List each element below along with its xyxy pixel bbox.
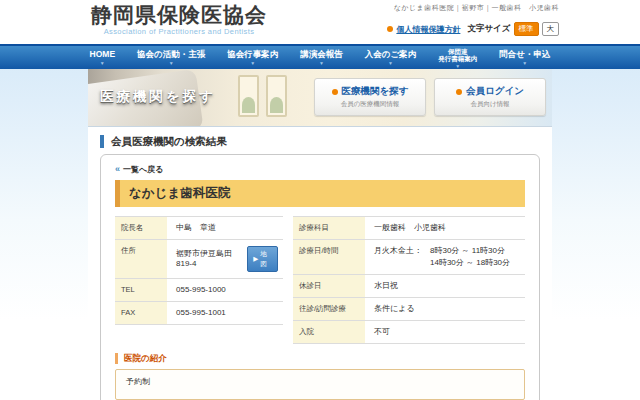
bullet-icon [456, 89, 462, 95]
nav-item-label: 協会行事案内 [227, 50, 278, 59]
clinic-hours-table: 診療科目 一般歯科 小児歯科 診療日/時間 月火木金土： 8時30分 ～ 11時… [293, 216, 525, 344]
nav-item-label: 問合せ・申込 [499, 50, 550, 59]
clinic-intro-box: 予約制 [115, 369, 525, 400]
button-sublabel: 会員向け情報 [470, 100, 509, 109]
nav-item-lecture-reports[interactable]: 講演会報告 ▼ [290, 46, 353, 69]
row-value: 月火木金土： 8時30分 ～ 11時30分 14時30分 ～ 18時30分 [365, 240, 525, 274]
clinic-intro-heading: 医院の紹介 [115, 353, 525, 364]
member-login-button[interactable]: 会員ログイン 会員向け情報 [434, 78, 546, 116]
plant-photo [270, 97, 283, 113]
clinic-name-heading: なかじま歯科医院 [115, 180, 525, 207]
nav-item-home[interactable]: HOME ▼ [80, 46, 126, 69]
row-value: 水日祝 [365, 275, 525, 297]
nav-item-events[interactable]: 協会行事案内 ▼ [217, 46, 288, 69]
row-label: 入院 [293, 321, 365, 343]
row-label: 休診日 [293, 275, 365, 297]
address-text: 裾野市伊豆島田819-4 [176, 249, 247, 269]
banner-title: 医療機関を探す [100, 88, 216, 106]
button-label: 会員ログイン [466, 85, 524, 98]
row-label: 院長名 [115, 217, 167, 239]
nav-item-activities[interactable]: 協会の活動・主張 ▼ [127, 46, 215, 69]
chevron-down-icon: ▼ [250, 60, 255, 66]
table-row: 診療日/時間 月火木金土： 8時30分 ～ 11時30分 14時30分 ～ 18… [293, 240, 525, 275]
privacy-policy-link[interactable]: 個人情報保護方針 [387, 24, 460, 35]
bullet-icon [332, 89, 338, 95]
table-row: 診療科目 一般歯科 小児歯科 [293, 217, 525, 240]
nav-item-label: 協会の活動・主張 [137, 50, 205, 59]
chevron-down-icon: ▼ [522, 60, 527, 66]
map-button[interactable]: ▶ 地図 [247, 246, 278, 272]
table-row: 入院 不可 [293, 321, 525, 344]
font-size-standard-button[interactable]: 標準 [514, 22, 539, 36]
row-value: 055-995-1001 [167, 302, 283, 324]
back-arrow-icon: « [115, 165, 120, 174]
site-logo-title: 静岡県保険医協会 [91, 3, 267, 27]
row-label: FAX [115, 302, 167, 324]
row-value: 中島 章道 [167, 217, 283, 239]
nav-item-contact[interactable]: 問合せ・申込 ▼ [489, 46, 560, 69]
row-value: 裾野市伊豆島田819-4 ▶ 地図 [167, 240, 283, 278]
site-logo-subtitle: Association of Practitioners and Dentist… [91, 27, 267, 36]
search-result-card: « 一覧へ戻る なかじま歯科医院 院長名 中島 章道 住所 裾野市伊豆島田819… [100, 154, 540, 400]
map-arrow-icon: ▶ [253, 254, 258, 264]
breadcrumb: なかじま歯科医院｜裾野市｜一般歯科 小児歯科 [387, 3, 559, 13]
back-to-list-link[interactable]: « 一覧へ戻る [115, 164, 163, 175]
row-label: 診療日/時間 [293, 240, 365, 274]
plant-photo [242, 97, 255, 113]
window-photo [238, 75, 259, 117]
nav-item-label: HOME [90, 50, 116, 59]
chevron-down-icon: ▼ [455, 63, 460, 69]
clinic-contact-table: 院長名 中島 章道 住所 裾野市伊豆島田819-4 ▶ 地図 TEL 0 [115, 216, 283, 344]
button-sublabel: 会員の医療機関情報 [341, 100, 400, 109]
row-value: 条件による [365, 298, 525, 320]
row-value: 不可 [365, 321, 525, 343]
nav-item-label: 保団連 [448, 48, 468, 55]
site-logo[interactable]: 静岡県保険医協会 Association of Practitioners an… [91, 3, 267, 36]
map-button-label: 地図 [260, 249, 272, 269]
window-photo [266, 75, 287, 117]
chevron-down-icon: ▼ [169, 60, 174, 66]
table-row: 往診/訪問診療 条件による [293, 298, 525, 321]
button-label: 医療機関を探す [342, 85, 409, 98]
page-title: 会員医療機関の検索結果 [100, 135, 540, 148]
bullet-icon [387, 26, 393, 32]
nav-item-membership[interactable]: 入会のご案内 ▼ [355, 46, 426, 69]
search-medical-institutions-button[interactable]: 医療機関を探す 会員の医療機関情報 [314, 78, 426, 116]
table-row: 院長名 中島 章道 [115, 217, 283, 240]
row-value: 055-995-1000 [167, 279, 283, 301]
row-label: 往診/訪問診療 [293, 298, 365, 320]
row-value: 一般歯科 小児歯科 [365, 217, 525, 239]
row-label: TEL [115, 279, 167, 301]
nav-item-publications[interactable]: 保団連 発行書籍案内 ▼ [428, 46, 487, 69]
nav-item-label: 発行書籍案内 [438, 55, 477, 62]
table-row: 住所 裾野市伊豆島田819-4 ▶ 地図 [115, 240, 283, 279]
table-row: TEL 055-995-1000 [115, 279, 283, 302]
nav-item-label: 入会のご案内 [365, 50, 416, 59]
chevron-down-icon: ▼ [100, 60, 105, 66]
privacy-policy-label: 個人情報保護方針 [396, 24, 460, 35]
nav-item-label: 講演会報告 [300, 50, 343, 59]
table-row: 休診日 水日祝 [293, 275, 525, 298]
row-label: 住所 [115, 240, 167, 278]
table-row: FAX 055-995-1001 [115, 302, 283, 325]
hero-banner: 図 医療機関を探す 医療機関を探す 会員の医療機関情報 会員ログイン 会員向け情… [88, 69, 552, 127]
font-size-label: 文字サイズ [467, 23, 510, 35]
chevron-down-icon: ▼ [319, 60, 324, 66]
back-link-label: 一覧へ戻る [123, 164, 163, 175]
hours-line2: 14時30分 ～ 18時30分 [374, 258, 522, 268]
font-size-large-button[interactable]: 大 [542, 22, 560, 36]
row-label: 診療科目 [293, 217, 365, 239]
main-nav: HOME ▼ 協会の活動・主張 ▼ 協会行事案内 ▼ 講演会報告 ▼ 入会のご案… [0, 44, 640, 69]
content-column: 図 医療機関を探す 医療機関を探す 会員の医療機関情報 会員ログイン 会員向け情… [88, 69, 552, 400]
hours-line1: 月火木金土： 8時30分 ～ 11時30分 [374, 246, 522, 256]
chevron-down-icon: ▼ [388, 60, 393, 66]
site-header: 静岡県保険医協会 Association of Practitioners an… [0, 0, 640, 44]
